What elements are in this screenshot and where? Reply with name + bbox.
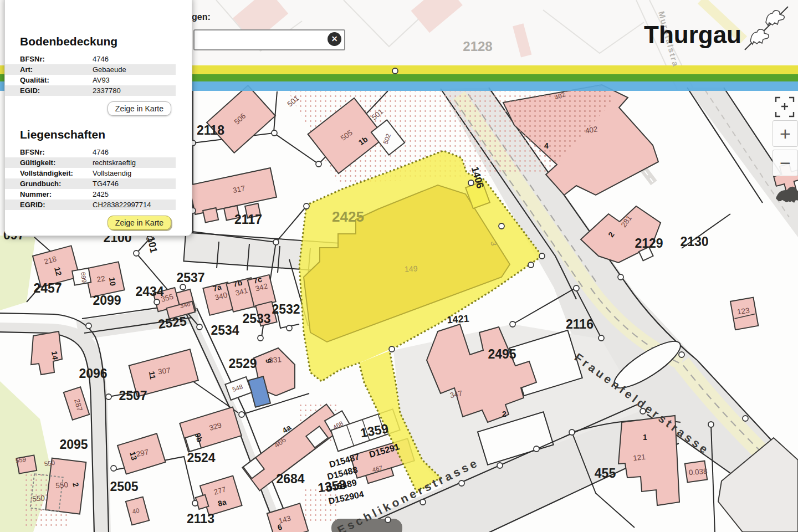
housenumber-10: 10 — [108, 277, 117, 287]
panel-title-bodenbedeckung: Bodenbedeckung — [5, 0, 192, 54]
info-row: Nummer:2425 — [5, 189, 176, 200]
info-row: EGRID:CH283822997714 — [5, 200, 176, 210]
building-label-22: 22 — [96, 274, 106, 284]
zeige-in-karte-button-liegenschaften[interactable]: Zeige in Karte — [108, 216, 171, 230]
parcel-label-2529: 2529 — [228, 356, 257, 371]
parcel-label-2505: 2505 — [110, 479, 138, 494]
parcel-label-2507: 2507 — [119, 388, 147, 403]
parcel-label-2684: 2684 — [276, 472, 304, 486]
building-label-550b: 550 — [55, 480, 69, 490]
parcel-label-2128: 2128 — [463, 39, 492, 54]
info-row: BFSNr:4746 — [5, 54, 176, 64]
parcel-label-2117: 2117 — [234, 212, 262, 227]
thurgau-logo: Thurgau — [644, 0, 788, 55]
parcel-label-455: 455 — [595, 466, 616, 480]
building-label-550c: 550 — [32, 494, 45, 503]
info-row: Qualität:AV93 — [5, 75, 176, 85]
housenumber-2-347: 2 — [502, 410, 507, 418]
parcel-label-2495: 2495 — [488, 347, 516, 361]
housenumber-1: 1 — [643, 433, 647, 442]
search-box: ✕ — [193, 29, 345, 50]
zoom-in-button[interactable]: + — [773, 120, 798, 147]
parcel-label-2099: 2099 — [93, 293, 121, 308]
parcel-label-2457: 2457 — [33, 281, 62, 295]
parcel-label-1421: 1421 — [447, 313, 469, 326]
building-label-121: 121 — [633, 453, 646, 462]
gis-map-viewer: 2118 2117 2100 097 2101 2457 2099 2537 2… — [0, 0, 798, 532]
housenumber-14: 14 — [50, 350, 60, 360]
info-panel: Bodenbedeckung BFSNr:4746 Art:Gebaeude Q… — [4, 0, 192, 236]
parcel-label-2118: 2118 — [197, 123, 224, 137]
info-row: EGID:2337780 — [5, 85, 176, 96]
highlight-side-label: 3 — [489, 241, 499, 246]
building-label-0038: 0.038 — [688, 467, 708, 477]
search-input[interactable] — [198, 32, 322, 47]
parcel-label-2532: 2532 — [272, 302, 300, 316]
zeige-in-karte-button-bodenbedeckung[interactable]: Zeige in Karte — [108, 101, 171, 116]
parcel-label-2113: 2113 — [187, 511, 214, 526]
thurgau-coat-of-arms-icon — [741, 2, 791, 53]
parcel-label-2524: 2524 — [187, 451, 215, 465]
parcel-label-2095: 2095 — [59, 437, 88, 452]
parcel-label-2537: 2537 — [176, 270, 204, 285]
info-row: Grundbuch:TG4746 — [5, 178, 176, 189]
panel-title-liegenschaften: Liegenschaften — [5, 116, 192, 147]
info-row: Gültigkeit:rechtskraeftig — [5, 157, 176, 168]
building-label-307: 307 — [157, 366, 171, 376]
parcel-label-2434: 2434 — [135, 284, 163, 299]
info-row: Vollständigkeit:Vollstaendig — [5, 168, 176, 178]
parcel-label-2534: 2534 — [211, 323, 239, 337]
info-row: BFSNr:4746 — [5, 147, 176, 157]
highlight-building-label: 149 — [405, 264, 418, 273]
housenumber-4: 4 — [544, 141, 549, 150]
building-label-123: 123 — [736, 306, 750, 316]
parcel-label-2129: 2129 — [635, 236, 663, 250]
parcel-label-2096: 2096 — [79, 366, 107, 381]
parcel-label-2533: 2533 — [242, 311, 270, 326]
info-row: Art:Gebaeude — [5, 64, 176, 75]
parcel-label-2130: 2130 — [680, 234, 708, 249]
logo-text: Thurgau — [644, 21, 741, 49]
clear-search-icon[interactable]: ✕ — [328, 32, 341, 46]
highlight-parcel-label: 2425 — [332, 208, 364, 225]
parcel-label-2116: 2116 — [566, 317, 594, 331]
housenumber-11: 11 — [147, 370, 157, 380]
zoom-out-button[interactable]: − — [773, 150, 798, 176]
search-label: gen: — [192, 12, 211, 22]
